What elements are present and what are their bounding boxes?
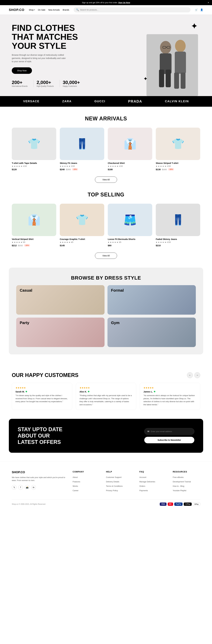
footer-link[interactable]: Orders [139, 485, 145, 487]
footer-link[interactable]: Privacy Policy [106, 490, 118, 492]
product-rating: ★★★★★ 3.5/5 [60, 165, 104, 167]
footer-col-title: FAQ [139, 470, 167, 473]
product-card[interactable]: 🩳 Loose Fit Bermuda Shorts ★★★★★ 3/5 $80 [108, 204, 152, 247]
footer-link-item: Account [139, 476, 167, 478]
nav-brands[interactable]: Brands [63, 9, 69, 11]
nav-shop[interactable]: Shop ▾ [29, 9, 35, 11]
footer-link[interactable]: Terms & Conditions [106, 485, 123, 487]
product-name: Faded Skinny Jeans [156, 238, 200, 240]
browse-category-gym[interactable]: Gym [107, 318, 196, 347]
product-card[interactable]: 👕 T-shirt with Tape Details ★★★★★ 4.5/5 … [12, 128, 56, 171]
footer-faq-col: FAQ AccountManage DeliveriesOrdersPaymen… [139, 470, 167, 494]
footer-link-item: About [73, 476, 100, 478]
top-banner: Sign up and get 20% off to your first or… [0, 0, 212, 5]
shop-now-button[interactable]: Shop Now [12, 67, 32, 74]
footer-brand-col: SHOP.CO We have clothes that suits your … [12, 470, 67, 494]
footer-socials: 𝕏 f 📸 in [12, 485, 67, 490]
new-arrivals-grid: 👕 T-shirt with Tape Details ★★★★★ 4.5/5 … [12, 128, 200, 171]
footer-copyright: Shop.co © 2000-2023, All Rights Reserved [12, 503, 45, 505]
clothing-emoji: 👔 [108, 128, 152, 160]
brand-gucci: GUCCI [94, 100, 105, 103]
browse-card-label: Formal [111, 288, 124, 293]
nav-icons: 🛒 👤 [195, 8, 203, 11]
chevron-down-icon: ▾ [34, 9, 35, 10]
top-selling-grid: 👔 Vertical Striped Shirt ★★★★★ 5/5 $212$… [12, 204, 200, 247]
next-review-button[interactable]: → [194, 372, 200, 378]
logo[interactable]: SHOP.CO [9, 8, 24, 12]
clothing-emoji: 👖 [156, 204, 200, 236]
product-card[interactable]: 👕 Sleeve Striped T-shirt ★★★★★ 4.5/5 $13… [156, 128, 200, 171]
product-card[interactable]: 👕 Courage Graphic T-shirt ★★★★★ 4/5 $145 [60, 204, 104, 247]
product-image: 🩳 [108, 204, 152, 236]
stat-products-label: High-Quality Products [36, 85, 54, 87]
footer-link[interactable]: About [73, 476, 78, 478]
browse-grid: Casual Formal Party Gym [16, 285, 196, 347]
payment-icons: VISA MC PayPal ⬛Pay GPay [160, 502, 200, 506]
product-card[interactable]: 👖 Skinny Fit Jeans ★★★★★ 3.5/5 $240$260-… [60, 128, 104, 171]
footer-link[interactable]: Account [139, 476, 146, 478]
review-card: ★★★★★ James L. "As someone who's always … [140, 383, 200, 410]
product-card[interactable]: 👔 Vertical Striped Shirt ★★★★★ 5/5 $212$… [12, 204, 56, 247]
product-card[interactable]: 👖 Faded Skinny Jeans ★★★★★ 4.5/5 $210 [156, 204, 200, 247]
browse-card-label: Casual [20, 288, 32, 293]
twitter-icon[interactable]: 𝕏 [12, 485, 16, 490]
footer-link[interactable]: Delivery Details [106, 480, 119, 483]
footer-col-title: RESOURCES [173, 470, 200, 473]
brand-calvinklein: Calvin Klein [165, 100, 189, 103]
footer-link[interactable]: Works [73, 485, 78, 487]
prev-review-button[interactable]: ← [187, 372, 193, 378]
search-icon: 🔍 [76, 8, 79, 11]
product-image: 👔 [108, 128, 152, 160]
product-price: $80 [108, 244, 152, 247]
review-stars: ★★★★★ [15, 386, 69, 389]
customers-section: OUR HAPPY CUSTOMERS ← → ★★★★★ Sarah M. "… [0, 363, 212, 419]
product-price: $212$232-20% [12, 244, 56, 247]
hero-subtitle: Browse through our diverse range of meti… [12, 53, 68, 63]
footer-link[interactable]: Customer Support [106, 476, 122, 478]
browse-category-casual[interactable]: Casual [16, 285, 105, 315]
footer-link[interactable]: Payments [139, 490, 148, 492]
browse-category-party[interactable]: Party [16, 318, 105, 347]
footer-link[interactable]: Career [73, 490, 78, 492]
cart-icon[interactable]: 🛒 [195, 8, 198, 11]
footer-company-col: COMPANY AboutFeaturesWorksCareer [73, 470, 100, 494]
new-arrivals-view-all[interactable]: View All [95, 176, 117, 183]
top-selling-view-all[interactable]: View All [95, 252, 117, 259]
product-price: $120 [12, 168, 56, 171]
footer-help-col: HELP Customer SupportDelivery DetailsTer… [106, 470, 134, 494]
search-bar: 🔍 [74, 7, 191, 12]
review-card: ★★★★★ Sarah M. "I'm blown away by the qu… [12, 383, 72, 410]
footer-link[interactable]: Youtube Playlist [173, 490, 186, 492]
google-pay-icon: GPay [193, 502, 200, 506]
browse-category-formal[interactable]: Formal [107, 285, 196, 315]
linkedin-icon[interactable]: in [31, 485, 36, 490]
footer-link[interactable]: Development Tutorial [173, 480, 191, 483]
nav-new-arrivals[interactable]: New Arrivals [48, 9, 60, 11]
clothing-emoji: 🩳 [108, 204, 152, 236]
product-image: 👕 [60, 204, 104, 236]
footer-link[interactable]: Features [73, 480, 80, 483]
footer-link-item: Privacy Policy [106, 489, 134, 492]
instagram-icon[interactable]: 📸 [25, 485, 29, 490]
product-image: 👕 [12, 128, 56, 160]
nav-on-sale[interactable]: On Sale [38, 9, 45, 11]
search-input[interactable] [80, 9, 188, 11]
reviewer-name: James L. [143, 390, 197, 393]
product-card[interactable]: 👔 Checkered Shirt ★★★★★ 4.5/5 $180 [108, 128, 152, 171]
close-icon[interactable]: × [208, 1, 209, 4]
profile-icon[interactable]: 👤 [200, 8, 203, 11]
banner-link[interactable]: Sign Up Now [118, 2, 130, 4]
product-rating: ★★★★★ 3/5 [108, 241, 152, 243]
email-icon: ✉ [147, 430, 149, 433]
browse-card-bg [16, 318, 105, 347]
email-input[interactable] [151, 430, 191, 432]
product-rating: ★★★★★ 5/5 [12, 241, 56, 243]
footer-link[interactable]: Manage Deliveries [139, 480, 155, 483]
subscribe-button[interactable]: Subscribe to Newsletter [144, 437, 194, 443]
footer-resources-col: RESOURCES Free eBooksDevelopment Tutoria… [173, 470, 200, 494]
facebook-icon[interactable]: f [18, 485, 23, 490]
footer-link[interactable]: Free eBooks [173, 476, 184, 478]
product-name: Sleeve Striped T-shirt [156, 162, 200, 164]
product-rating: ★★★★★ 4/5 [60, 241, 104, 243]
footer-link[interactable]: How to - Blog [173, 485, 184, 487]
